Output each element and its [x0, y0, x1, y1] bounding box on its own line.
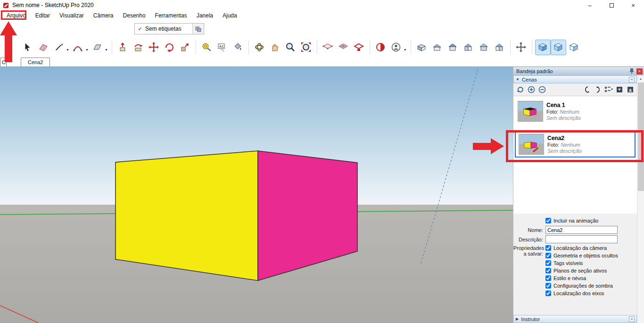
- show-details-icon: [616, 86, 623, 93]
- top-view-tool[interactable]: [429, 40, 445, 55]
- face-style-1-icon: [537, 42, 548, 52]
- styles-tool[interactable]: [373, 40, 388, 55]
- menu-camera[interactable]: Câmera: [89, 11, 118, 20]
- move-scene-up-icon: [594, 86, 601, 93]
- face-style-2-tool[interactable]: [551, 40, 566, 55]
- scene-item-cena1[interactable]: Cena 1 Foto: Nenhum Sem descrição: [515, 99, 636, 124]
- face-style-3-tool[interactable]: [566, 40, 582, 55]
- menu-visualizar[interactable]: Visualizar: [55, 11, 89, 20]
- back-view-tool[interactable]: [476, 40, 492, 55]
- iso-view-tool[interactable]: [414, 40, 429, 55]
- style-fog-checkbox[interactable]: [545, 275, 551, 281]
- box-yellow-face[interactable]: [116, 151, 258, 281]
- foto-label: Foto:: [546, 109, 558, 115]
- menu-ferramentas[interactable]: Ferramentas: [150, 11, 192, 20]
- close-button[interactable]: ×: [622, 0, 644, 10]
- tray-scrollbar[interactable]: ▲: [637, 75, 644, 323]
- section-plane-tool[interactable]: [320, 40, 336, 55]
- face-style-3-icon: [569, 42, 579, 52]
- line-dropdown-icon[interactable]: ▼: [66, 48, 69, 51]
- text-tool[interactable]: A1: [215, 40, 230, 55]
- menu-desenho[interactable]: Desenho: [118, 11, 150, 20]
- hide-details-button[interactable]: [626, 85, 635, 94]
- menu-editar[interactable]: Editar: [31, 11, 55, 20]
- shapes-icon: [92, 42, 102, 52]
- visible-tags-checkbox[interactable]: [545, 260, 551, 266]
- select-tool[interactable]: [20, 40, 35, 55]
- zoom-tool[interactable]: [283, 40, 298, 55]
- remove-scene-button[interactable]: [537, 85, 546, 94]
- position-camera-tool[interactable]: [513, 40, 529, 55]
- person-icon: [391, 42, 401, 52]
- toolbar-separator: [510, 40, 511, 54]
- section-fill-tool[interactable]: [336, 40, 351, 55]
- update-scene-button[interactable]: [516, 85, 525, 94]
- hidden-geometry-checkbox[interactable]: [545, 253, 551, 258]
- move-scene-down-button[interactable]: [582, 85, 591, 94]
- arc-tool[interactable]: [70, 40, 86, 55]
- foto-value: Nenhum: [560, 109, 579, 115]
- push-pull-icon: [117, 42, 128, 52]
- shadow-settings-checkbox[interactable]: [545, 283, 551, 289]
- zoom-extents-tool[interactable]: [298, 40, 314, 55]
- maximize-button[interactable]: [601, 0, 622, 10]
- toolbar-separator: [112, 40, 112, 54]
- scene-name-input[interactable]: [545, 226, 618, 234]
- shapes-dropdown-icon[interactable]: ▼: [105, 48, 108, 51]
- scale-tool[interactable]: [177, 40, 193, 55]
- update-scene-icon: [517, 86, 524, 93]
- include-animation-checkbox[interactable]: [545, 218, 551, 224]
- move-scene-up-button[interactable]: [593, 85, 602, 94]
- scene-tabs-bar: C Cena2: [0, 58, 644, 67]
- menu-ajuda[interactable]: Ajuda: [218, 11, 242, 20]
- position-camera-icon: [516, 42, 526, 52]
- tray-close-button[interactable]: ×: [636, 68, 643, 75]
- view-options-button[interactable]: [604, 85, 613, 94]
- scene-description-input[interactable]: [545, 235, 618, 243]
- model-viewport[interactable]: [0, 67, 513, 323]
- instrutor-section-title: Instrutor: [521, 316, 540, 322]
- tags-combobox[interactable]: ✓ Sem etiquetas: [134, 23, 204, 34]
- minimize-button[interactable]: –: [579, 0, 601, 10]
- face-style-1-tool[interactable]: [535, 40, 551, 55]
- left-view-tool[interactable]: [492, 40, 507, 55]
- scene-tab-cena2[interactable]: Cena2: [21, 58, 50, 66]
- tags-dropdown-button[interactable]: [192, 24, 204, 34]
- section-display-tool[interactable]: [351, 40, 367, 55]
- tape-measure-tool[interactable]: [199, 40, 215, 55]
- eraser-tool[interactable]: [35, 40, 51, 55]
- pan-tool[interactable]: [267, 40, 283, 55]
- instrutor-section-header[interactable]: ▶ Instrutor ×: [513, 315, 637, 323]
- line-tool[interactable]: [51, 40, 66, 55]
- scenes-toolbar: [513, 83, 637, 96]
- person-tool[interactable]: [388, 40, 404, 55]
- menu-janela[interactable]: Janela: [192, 11, 218, 20]
- rotate-tool[interactable]: [162, 40, 177, 55]
- scene-name: Cena 1: [546, 102, 581, 108]
- face-style-2-icon: [553, 42, 563, 52]
- move-tool[interactable]: [146, 40, 162, 55]
- scrollbar-up-arrow-icon[interactable]: ▲: [637, 75, 644, 82]
- cenas-section-header[interactable]: ▼ Cenas ×: [513, 75, 637, 83]
- paint-bucket-tool[interactable]: [230, 40, 246, 55]
- follow-me-tool[interactable]: [131, 40, 146, 55]
- arc-dropdown-icon[interactable]: ▼: [85, 48, 89, 51]
- cenas-close-button[interactable]: ×: [629, 77, 635, 83]
- axes-location-checkbox[interactable]: [545, 290, 551, 296]
- push-pull-tool[interactable]: [115, 40, 131, 55]
- collapse-triangle-icon: ▼: [516, 77, 520, 82]
- title-bar: Sem nome - SketchUp Pro 2020 – ×: [0, 0, 644, 10]
- camera-location-checkbox[interactable]: [545, 245, 551, 251]
- active-section-planes-checkbox[interactable]: [545, 268, 551, 273]
- right-view-tool[interactable]: [461, 40, 476, 55]
- front-view-tool[interactable]: [445, 40, 461, 55]
- visible-tags-label: Tags visíveis: [553, 260, 583, 266]
- person-dropdown-icon[interactable]: ▼: [404, 48, 407, 51]
- add-scene-button[interactable]: [527, 85, 536, 94]
- orbit-tool[interactable]: [252, 40, 267, 55]
- instrutor-close-button[interactable]: ×: [629, 316, 635, 322]
- shapes-tool[interactable]: [90, 40, 105, 55]
- show-details-button[interactable]: [615, 85, 624, 94]
- default-tray: Bandeja padrão × ▼ Cenas ×: [513, 67, 644, 323]
- pin-icon[interactable]: [629, 68, 635, 75]
